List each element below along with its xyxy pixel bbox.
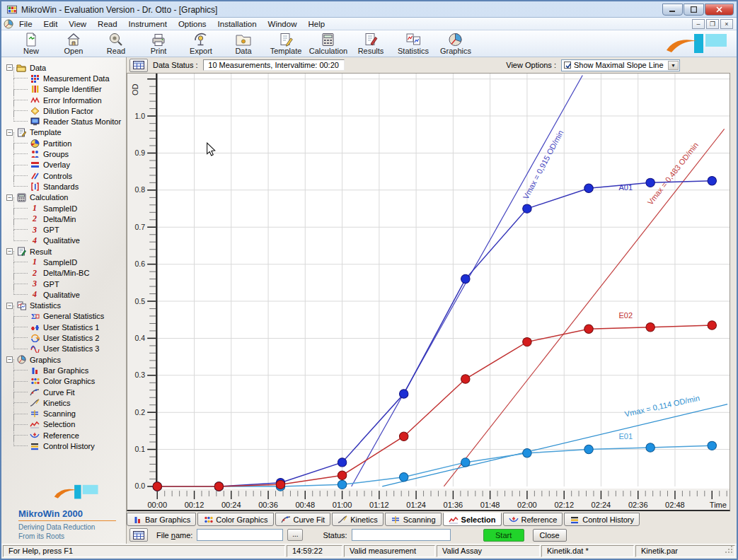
minimize-button[interactable] xyxy=(662,4,683,16)
svg-text:00:36: 00:36 xyxy=(258,501,278,509)
data-point-E01[interactable] xyxy=(584,445,593,453)
menu-instrument[interactable]: Instrument xyxy=(123,19,173,29)
start-button[interactable]: Start xyxy=(483,529,524,542)
view-options-dropdown[interactable]: Show Maximal Slope Line ▼ xyxy=(561,59,680,71)
collapse-icon[interactable]: − xyxy=(6,356,13,363)
numeral-4-icon: 4 xyxy=(30,236,40,245)
print-toolbar-button[interactable]: Print xyxy=(137,31,180,55)
show-maximal-slope-checkbox[interactable] xyxy=(564,62,571,69)
data-point-E02[interactable] xyxy=(214,482,223,491)
data-point-E02[interactable] xyxy=(338,471,346,479)
data-point-E01[interactable] xyxy=(399,473,408,482)
graphics-toolbar-button[interactable]: Graphics xyxy=(434,31,477,55)
data-point-E01[interactable] xyxy=(338,480,346,489)
template-toolbar-button[interactable]: Template xyxy=(265,31,307,55)
data-point-A01[interactable] xyxy=(646,178,655,187)
tree-item-standards[interactable]: Standards xyxy=(1,181,126,192)
browse-button[interactable]: ... xyxy=(287,529,303,541)
data-point-E02[interactable] xyxy=(461,375,470,383)
collapse-icon[interactable]: − xyxy=(6,303,13,309)
data-point-E01[interactable] xyxy=(461,458,470,467)
svg-text:01:00: 01:00 xyxy=(333,501,352,509)
data-point-E01[interactable] xyxy=(646,443,655,452)
kinetics-icon xyxy=(30,398,40,407)
data-point-A01[interactable] xyxy=(523,204,531,213)
data-point-E02[interactable] xyxy=(399,432,408,441)
sample-bars-icon xyxy=(30,85,40,94)
tree-item-user-statistics-3[interactable]: User Statistics 3 xyxy=(1,344,126,354)
curve-fit-icon xyxy=(281,515,291,524)
tab-kinetics[interactable]: Kinetics xyxy=(332,513,384,526)
numeral-3-icon: 3 xyxy=(30,226,40,235)
data-point-E02[interactable] xyxy=(708,321,716,329)
tab-control-history[interactable]: Control History xyxy=(564,513,640,526)
new-toolbar-button[interactable]: New xyxy=(10,31,52,55)
tree-item-control-history[interactable]: Control History xyxy=(1,441,126,451)
tab-curve-fit[interactable]: Curve Fit xyxy=(275,513,331,526)
svg-text:0.6: 0.6 xyxy=(134,259,145,268)
tab-reference[interactable]: Reference xyxy=(503,513,563,526)
menu-installation[interactable]: Installation xyxy=(212,19,263,29)
menu-help[interactable]: Help xyxy=(302,19,330,29)
close-button[interactable] xyxy=(705,4,734,16)
data-point-E02[interactable] xyxy=(276,480,284,489)
results-page-icon xyxy=(362,33,379,47)
data-point-A01[interactable] xyxy=(338,458,346,467)
close-view-button[interactable]: Close xyxy=(533,529,567,542)
menu-options[interactable]: Options xyxy=(173,19,212,29)
new-document-icon xyxy=(23,33,40,47)
data-point-E02[interactable] xyxy=(153,482,161,491)
data-point-E02[interactable] xyxy=(646,322,655,331)
menu-read[interactable]: Read xyxy=(92,19,123,29)
maximize-button[interactable] xyxy=(684,4,704,16)
collapse-icon[interactable]: − xyxy=(6,129,13,136)
open-toolbar-button[interactable]: Open xyxy=(52,31,95,55)
data-point-E02[interactable] xyxy=(523,337,531,346)
export-toolbar-button[interactable]: Export xyxy=(180,31,222,55)
menu-window[interactable]: Window xyxy=(263,19,303,29)
data-point-E01[interactable] xyxy=(708,441,716,450)
collapse-icon[interactable]: − xyxy=(6,194,13,201)
scanning-icon xyxy=(30,409,40,419)
mdi-restore-button[interactable]: ❐ xyxy=(706,19,719,29)
data-point-A01[interactable] xyxy=(708,177,716,185)
tab-color-graphics[interactable]: Color Graphics xyxy=(197,513,273,526)
file-name-input[interactable] xyxy=(197,529,283,541)
grid-view-button-bottom[interactable] xyxy=(129,528,148,542)
statistics-toolbar-button[interactable]: Statistics xyxy=(392,31,434,55)
data-point-A01[interactable] xyxy=(461,274,470,283)
bar-graphics-icon xyxy=(30,366,40,375)
collapse-icon[interactable]: − xyxy=(6,64,13,71)
collapse-icon[interactable]: − xyxy=(6,248,13,255)
menu-file[interactable]: File xyxy=(13,19,38,29)
menu-view[interactable]: View xyxy=(63,19,92,29)
mdi-close-button[interactable]: × xyxy=(720,19,733,29)
resize-grip[interactable] xyxy=(725,546,734,556)
title-bar[interactable]: MikroWin - Evaluation Version - Dr. Otto… xyxy=(1,1,737,17)
tree-item-reader-status-monitor[interactable]: Reader Status Monitor xyxy=(1,116,126,127)
data-point-A01[interactable] xyxy=(584,184,593,192)
data-point-A01[interactable] xyxy=(399,390,408,398)
grid-view-button[interactable] xyxy=(129,59,148,72)
graphics-pie-icon xyxy=(447,33,464,47)
data-toolbar-button[interactable]: Data xyxy=(222,31,265,55)
tree-item-qualitative[interactable]: 4Qualitative xyxy=(1,289,126,300)
calculation-toolbar-button[interactable]: Calculation xyxy=(307,31,350,55)
parameter-file-status: Kinetik.par xyxy=(635,545,735,557)
data-point-E01[interactable] xyxy=(523,449,531,457)
clock-status: 14:59:22 xyxy=(287,545,342,557)
chevron-down-icon[interactable]: ▼ xyxy=(668,61,679,70)
read-toolbar-button[interactable]: Read xyxy=(95,31,137,55)
menu-edit[interactable]: Edit xyxy=(38,19,64,29)
data-point-E02[interactable] xyxy=(584,325,593,333)
svg-text:01:12: 01:12 xyxy=(369,501,389,509)
results-toolbar-button[interactable]: Results xyxy=(350,31,392,55)
tab-selection[interactable]: Selection xyxy=(443,513,502,526)
status-input[interactable] xyxy=(352,529,451,541)
tab-bar-graphics[interactable]: Bar Graphics xyxy=(127,513,196,526)
product-name: MikroWin 2000 xyxy=(18,508,116,519)
svg-text:0.0: 0.0 xyxy=(134,482,145,490)
tab-scanning[interactable]: Scanning xyxy=(385,513,442,526)
tree-item-qualitative[interactable]: 4Qualitative xyxy=(1,235,126,246)
mdi-minimize-button[interactable]: – xyxy=(692,19,705,29)
